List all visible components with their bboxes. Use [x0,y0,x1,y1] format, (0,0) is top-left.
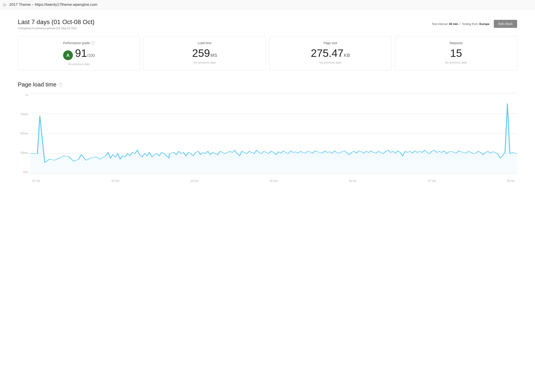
chart-title: Page load time ? [18,81,517,88]
chart-container: 1s 750ms 500ms 250ms 0ms [18,93,517,182]
x-label-07oct: 07 Oct [428,179,436,182]
metric-value-requests: 15 [401,48,512,59]
metric-card-requests: Requests 15 No previous data [395,36,517,70]
grade-badge: A [63,50,73,60]
test-interval-text: Test interval: 30 min / Testing from: Eu… [432,22,489,26]
no-prev-loadtime: No previous data [149,61,260,64]
testing-from-value: Europe [479,22,489,26]
y-label-750ms: 750ms [20,113,28,116]
help-icon-chart[interactable]: ? [59,83,62,86]
test-interval-value: 30 min [449,22,458,26]
x-label-06oct: 06 Oct [349,179,357,182]
metric-card-loadtime: Load time 259 MS No previous data [144,36,266,70]
x-label-03oct: 03 Oct [112,179,119,182]
loadtime-unit: MS [211,53,217,57]
y-label-250ms: 250ms [20,151,28,154]
no-prev-requests: No previous data [401,61,512,64]
page-url-title: 2017 Theme – https://twenty17theme.wpeng… [9,2,97,7]
y-label-0ms: 0ms [23,170,28,174]
chart-fill-area [30,103,517,174]
metric-label-requests: Requests [401,41,512,45]
metric-label-loadtime: Load time [149,41,260,45]
grade-denom: /100 [87,53,95,57]
metric-card-performance: Performance grade ? A 91 /100 No previou… [18,36,140,70]
requests-number: 15 [450,48,462,59]
metric-value-loadtime: 259 MS [149,48,260,59]
period-header: Last 7 days (01 Oct-08 Oct) Compared to … [18,19,517,30]
metric-value-pagesize: 275.47 KB [275,48,386,59]
period-info: Last 7 days (01 Oct-08 Oct) Compared to … [18,19,94,30]
no-prev-performance: No previous data [23,62,134,66]
metric-card-pagesize: Page size 275.47 KB No previous data [269,36,391,70]
x-label-05oct: 05 Oct [270,179,277,182]
metric-label-performance: Performance grade ? [23,41,134,45]
metrics-grid: Performance grade ? A 91 /100 No previou… [18,36,517,70]
period-right: Test interval: 30 min / Testing from: Eu… [432,19,517,28]
no-prev-pagesize: No previous data [275,61,386,64]
chart-svg [30,93,517,174]
chart-y-labels: 1s 750ms 500ms 250ms 0ms [18,93,30,174]
y-label-1s: 1s [25,93,28,97]
metric-value-performance: A 91 /100 [23,48,134,60]
top-bar: ▷ 2017 Theme – https://twenty17theme.wpe… [0,0,535,9]
help-icon-performance[interactable]: ? [91,41,95,45]
chart-section: Page load time ? 1s 750ms 500ms 250ms 0m… [18,81,517,182]
chart-area [30,93,517,174]
x-label-02oct: 02 Oct [32,179,40,182]
main-content: Last 7 days (01 Oct-08 Oct) Compared to … [0,9,535,191]
loadtime-number: 259 [192,48,210,59]
x-label-08oct: 08 Oct [507,179,515,182]
sidebar-toggle-icon[interactable]: ▷ [4,2,7,7]
pagesize-unit: KB [344,53,350,57]
y-label-500ms: 500ms [20,132,28,135]
metric-label-pagesize: Page size [275,41,386,45]
period-subtitle: Compared to previous period (24 Sep-01 O… [18,27,94,30]
chart-x-labels: 02 Oct 03 Oct 04 Oct 05 Oct 06 Oct 07 Oc… [30,174,517,182]
edit-check-button[interactable]: Edit check [494,20,517,28]
x-label-04oct: 04 Oct [191,179,198,182]
grade-number: 91 [75,48,87,59]
period-title: Last 7 days (01 Oct-08 Oct) [18,19,94,26]
pagesize-number: 275.47 [311,48,343,59]
